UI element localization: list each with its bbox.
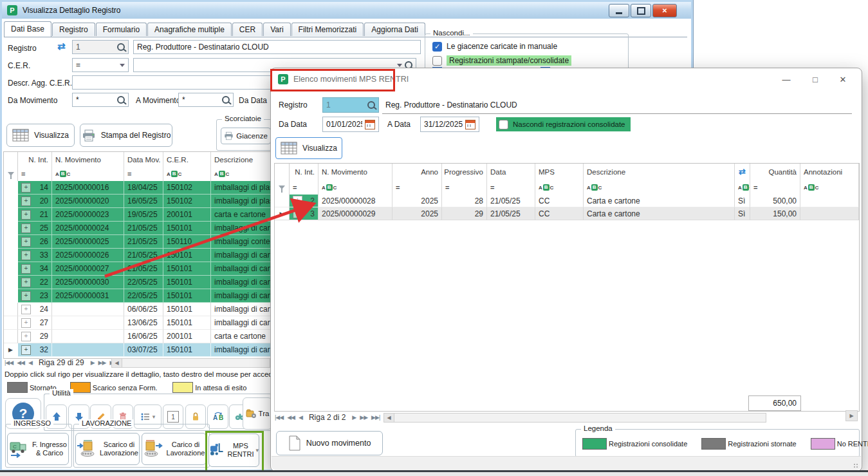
mps-rentri-button[interactable]: MPSRENTRI ▾ (208, 433, 259, 467)
table-row[interactable]: +2916/06/25200101carta e cartone (4, 330, 271, 343)
search-icon[interactable] (117, 43, 125, 51)
filter-cell-anno[interactable]: = (392, 180, 442, 195)
expand-icon[interactable]: + (21, 345, 31, 355)
table-row[interactable]: +2713/06/25150101imballaggi di carta (4, 316, 271, 330)
scroll-left-icon[interactable]: ◀ (384, 414, 394, 422)
hide-consolidate-checkbox[interactable]: Nascondi registrazioni consolidate (496, 117, 631, 131)
column-header-n_int[interactable]: N. Int. (18, 152, 52, 167)
table-row[interactable]: ▶+32025/0000002920252921/05/25CCCarta e … (275, 207, 859, 220)
expand-icon[interactable]: + (21, 237, 31, 247)
expand-icon[interactable]: + (21, 318, 31, 328)
checkbox-icon[interactable]: ✓ (432, 42, 442, 52)
column-header-n_movimento[interactable]: N. Movimento (52, 152, 124, 167)
filter-abc-icon[interactable]: ABC (738, 184, 750, 191)
expand-icon[interactable]: + (21, 251, 31, 260)
filter-cell-n_int[interactable]: = (18, 167, 52, 181)
expand-icon[interactable]: + (21, 224, 31, 233)
tab-formulario[interactable]: Formulario (96, 23, 147, 36)
filter-abc-icon[interactable]: ABC (55, 171, 70, 177)
checkbox-icon[interactable] (432, 56, 442, 66)
filter-abc-icon[interactable]: ABC (322, 184, 337, 191)
pager-prev2-button[interactable]: ◀◀ (287, 414, 295, 421)
registro-hscrollbar[interactable]: ◀ (111, 358, 270, 368)
tab-aggiorna-dati[interactable]: Aggiorna Dati (364, 23, 425, 36)
search-icon[interactable] (222, 96, 230, 104)
column-header-rentri[interactable]: ⇄ (735, 164, 750, 180)
tab-dati-base[interactable]: Dati Base (4, 21, 51, 37)
dialog-registro-input[interactable]: 1 (322, 97, 379, 113)
scarico-lavorazione-button[interactable]: Scarico diLavorazione (75, 433, 140, 465)
column-header-n_movimento[interactable]: N. Movimento (319, 164, 392, 180)
expand-icon[interactable]: + (21, 305, 31, 314)
filter-abc-icon[interactable]: ABC (587, 184, 602, 191)
filter-equals-icon[interactable]: = (753, 184, 757, 191)
nascondi-checkbox-1[interactable]: Registrazioni stampate/consolidate (432, 55, 571, 66)
pager-prev2-button[interactable]: ◀◀ (17, 359, 24, 366)
expand-icon[interactable]: + (21, 291, 31, 301)
pager-prev-button[interactable]: ◀ (28, 359, 32, 366)
table-row[interactable]: +142025/0000001618/04/25150102imballaggi… (4, 181, 271, 195)
column-header-descrizione[interactable]: Descrizione (211, 152, 272, 167)
pager-first-button[interactable]: |◀◀ (5, 359, 13, 366)
column-header-data_mov[interactable]: Data Mov. (124, 152, 163, 167)
filter-equals-icon[interactable]: = (127, 170, 131, 178)
f-ingresso-carico-button[interactable]: C F. Ingresso& Carico (7, 433, 69, 465)
tab-anagrafiche-multiple[interactable]: Anagrafiche multiple (147, 23, 232, 36)
pager-next2-button[interactable]: ▶▶ (360, 414, 367, 421)
filter-cell-progressivo[interactable]: = (442, 180, 487, 195)
dialog-close-button[interactable]: ✕ (832, 71, 854, 88)
search-icon[interactable] (367, 101, 375, 109)
filter-abc-icon[interactable]: ABC (214, 171, 229, 177)
close-button[interactable]: ✕ (652, 4, 677, 17)
pager-next-button[interactable]: ▶ (91, 359, 95, 366)
registro-desc-input[interactable]: Reg. Produttore - Destinatario CLOUD (133, 40, 421, 54)
filter-cell-mps[interactable]: ABC (535, 180, 584, 195)
nuovo-movimento-button[interactable]: Nuovo movimento (276, 431, 383, 455)
filter-cell-n_int[interactable]: = (290, 180, 319, 195)
visualizza-button[interactable]: Visualizza (6, 124, 75, 147)
carico-lavorazione-button[interactable]: Carico diLavorazione (142, 433, 207, 465)
expand-icon[interactable]: + (21, 210, 31, 220)
expand-icon[interactable]: + (21, 278, 31, 287)
resize-grip[interactable] (853, 463, 858, 468)
scroll-right-button[interactable]: ▶ (845, 410, 858, 421)
stampa-registro-button[interactable]: Stampa del Registro (80, 124, 172, 147)
table-row[interactable]: +332025/0000002621/05/25150101imballaggi… (4, 249, 271, 262)
column-header-n_int[interactable]: N. Int. (290, 164, 319, 180)
column-header-progressivo[interactable]: Progressivo (442, 164, 487, 180)
column-header-quantita[interactable]: Quantità (750, 164, 800, 180)
rename-ab-button[interactable]: AB (207, 405, 228, 429)
registro-input[interactable]: 1 (72, 40, 129, 54)
table-row[interactable]: +232025/0000003122/05/25150101imballaggi… (4, 289, 271, 303)
filter-equals-icon[interactable]: = (293, 184, 297, 191)
column-header-cer[interactable]: C.E.R. (163, 152, 211, 167)
table-row[interactable]: +222025/0000003022/05/25150101imballaggi… (4, 276, 271, 289)
table-row[interactable]: +2406/06/25150101imballaggi di carta (4, 303, 271, 316)
pager-first-button[interactable]: |◀◀ (275, 414, 283, 421)
filter-cell-quantita[interactable]: = (750, 180, 800, 195)
pager-last-button[interactable]: ▶▶| (371, 414, 380, 421)
expand-icon[interactable]: + (21, 264, 31, 274)
table-row[interactable]: +212025/0000002319/05/25200101carta e ca… (4, 208, 271, 222)
filter-cell-data[interactable]: = (487, 180, 535, 195)
filter-equals-icon[interactable]: = (21, 170, 25, 178)
table-row[interactable]: +202025/0000002016/05/25150102imballaggi… (4, 195, 271, 208)
filter-cell-data_mov[interactable]: = (124, 167, 163, 181)
column-header-data[interactable]: Data (487, 164, 535, 180)
link-arrows-icon[interactable]: ⇄ (57, 42, 66, 51)
filter-cell-rentri[interactable]: ABC (735, 180, 750, 195)
filter-funnel-cell[interactable] (275, 180, 290, 195)
tab-cer[interactable]: CER (232, 23, 263, 36)
table-row[interactable]: +342025/0000002721/05/25150101imballaggi… (4, 262, 271, 276)
pager-next2-button[interactable]: ▶▶ (98, 359, 106, 366)
filter-cell-descrizione[interactable]: ABC (211, 167, 272, 181)
dialog-minimize-button[interactable]: — (775, 71, 797, 88)
dialog-maximize-button[interactable]: □ (804, 71, 826, 88)
minimize-button[interactable] (609, 4, 629, 17)
filter-abc-icon[interactable]: ABC (539, 184, 553, 191)
filter-abc-icon[interactable]: ABC (804, 184, 818, 191)
da-movimento-input[interactable]: * (72, 93, 129, 107)
search-icon[interactable] (117, 96, 125, 104)
filter-cell-descrizione[interactable]: ABC (584, 180, 735, 195)
filter-equals-icon[interactable]: = (445, 184, 449, 191)
